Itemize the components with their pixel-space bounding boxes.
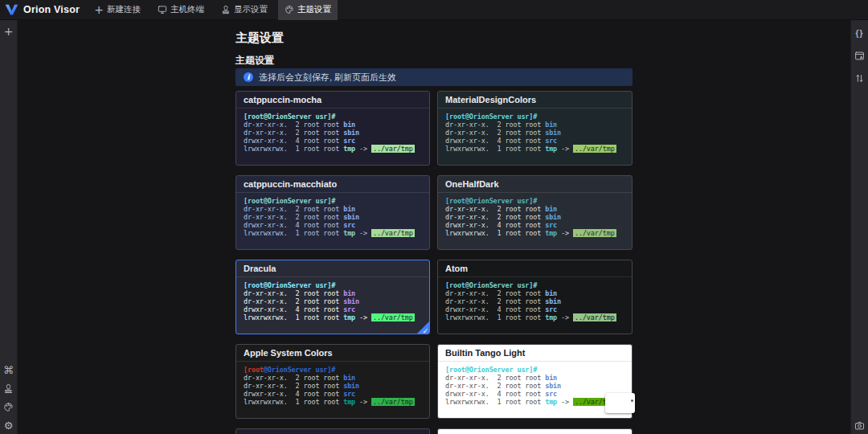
theme-card-builtin-tango-light[interactable]: Builtin Tango Light[root@OrionServer usr…: [437, 344, 633, 419]
page-title: 主题设置: [235, 31, 284, 46]
plus-icon: +: [94, 5, 104, 14]
fullscreen-icon[interactable]: [851, 4, 863, 16]
info-alert: i 选择后会立刻保存, 刷新页面后生效: [235, 68, 633, 86]
screenshot-icon[interactable]: [854, 420, 866, 432]
theme-card-title: OneHalfDark: [438, 176, 632, 193]
theme-card-catppuccin-macchiato[interactable]: catppuccin-macchiato[root@OrionServer us…: [235, 175, 430, 250]
json-view-icon[interactable]: {}: [854, 27, 866, 39]
alert-text: 选择后会立刻保存, 刷新页面后生效: [259, 72, 396, 84]
sort-icon[interactable]: [854, 72, 866, 84]
terminal-preview: [root@OrionServer usr]#dr-xr-xr-x. 2 roo…: [438, 277, 632, 322]
tab-display-settings[interactable]: 显示设置: [215, 0, 274, 20]
terminal-icon: [158, 5, 167, 14]
terminal-line: lrwxrwxrwx. 1 root root tmp -> ../var/tm…: [244, 314, 422, 322]
theme-card-partial-2[interactable]: [437, 428, 633, 434]
tab-label: 主机终端: [170, 4, 204, 15]
theme-card-title: Atom: [438, 260, 632, 277]
app-window: Orion Visor +新建连接主机终端显示设置主题设置 + ⌘⚙ {} 主题…: [0, 0, 868, 434]
top-navbar: Orion Visor +新建连接主机终端显示设置主题设置: [0, 0, 868, 20]
tab-new-connection[interactable]: +新建连接: [88, 0, 147, 20]
palette-icon: [285, 5, 294, 14]
terminal-line: lrwxrwxrwx. 1 root root tmp -> ../var/tm…: [244, 399, 422, 407]
add-icon[interactable]: +: [2, 25, 14, 37]
info-icon: i: [244, 72, 253, 82]
right-sidebar-top: {}: [851, 20, 868, 84]
terminal-line: lrwxrwxrwx. 1 root root tmp -> ../var/tm…: [445, 399, 624, 407]
terminal-line: lrwxrwxrwx. 1 root root tmp -> ../var/tm…: [244, 145, 422, 154]
tab-label: 主题设置: [297, 4, 331, 15]
terminal-preview: [root@OrionServer usr]#dr-xr-xr-x. 2 roo…: [438, 193, 632, 238]
theme-card-apple-system-colors[interactable]: Apple System Colors[root@OrionServer usr…: [235, 344, 430, 419]
terminal-line: lrwxrwxrwx. 1 root root tmp -> ../var/tm…: [445, 145, 624, 154]
palette-icon[interactable]: [2, 401, 14, 413]
tab-label: 新建连接: [107, 4, 141, 15]
theme-card-title: MaterialDesignColors: [438, 92, 632, 108]
terminal-preview: [root@OrionServer usr]#dr-xr-xr-x. 2 roo…: [236, 108, 429, 154]
stamp-icon: [221, 5, 231, 14]
stamp-icon[interactable]: [2, 383, 14, 395]
right-sidebar-bottom: [851, 420, 868, 434]
terminal-preview: [root@OrionServer usr]#dr-xr-xr-x. 2 roo…: [236, 277, 429, 322]
navbar-tabs: +新建连接主机终端显示设置主题设置: [88, 0, 342, 20]
right-sidebar: {}: [850, 20, 868, 434]
tab-theme-settings[interactable]: 主题设置: [278, 0, 338, 20]
theme-grid: catppuccin-mocha[root@OrionServer usr]#d…: [235, 91, 633, 434]
tab-host-terminal[interactable]: 主机终端: [151, 0, 211, 20]
terminal-preview: [root@OrionServer usr]#dr-xr-xr-x. 2 roo…: [236, 362, 429, 407]
theme-card-title: Apple System Colors: [236, 345, 429, 362]
tab-label: 显示设置: [234, 4, 268, 15]
terminal-preview: [root@OrionServer usr]#dr-xr-xr-x. 2 roo…: [438, 362, 632, 407]
theme-card-atom[interactable]: Atom[root@OrionServer usr]#dr-xr-xr-x. 2…: [437, 260, 633, 334]
left-sidebar-top: +: [0, 20, 17, 37]
terminal-preview: [root@OrionServer usr]#dr-xr-xr-x. 2 roo…: [236, 193, 429, 238]
orion-visor-logo-icon: [5, 4, 18, 16]
app-title: Orion Visor: [23, 4, 80, 15]
command-icon[interactable]: ⌘: [2, 364, 14, 376]
theme-card-title: Dracula: [236, 260, 429, 277]
left-sidebar-bottom: ⌘⚙: [0, 364, 17, 434]
terminal-line: lrwxrwxrwx. 1 root root tmp -> ../var/tm…: [445, 314, 624, 322]
terminal-line: lrwxrwxrwx. 1 root root tmp -> ../var/tm…: [244, 230, 422, 238]
section-title: 主题设置: [235, 54, 274, 68]
theme-card-title: catppuccin-mocha: [236, 92, 429, 108]
popout-dot: [631, 399, 633, 402]
theme-card-title: Builtin Tango Light: [438, 345, 632, 362]
theme-card-partial-1[interactable]: [235, 428, 430, 434]
white-popout-box: [605, 393, 635, 413]
terminal-line: lrwxrwxrwx. 1 root root tmp -> ../var/tm…: [445, 230, 624, 238]
main-content: 主题设置 主题设置 i 选择后会立刻保存, 刷新页面后生效 catppuccin…: [18, 20, 850, 434]
selected-check-icon: ✓: [422, 327, 428, 334]
theme-card-catppuccin-mocha[interactable]: catppuccin-mocha[root@OrionServer usr]#d…: [235, 91, 430, 166]
settings-icon[interactable]: ⚙: [2, 420, 14, 432]
theme-card-title: catppuccin-macchiato: [236, 176, 429, 193]
terminal-preview: [root@OrionServer usr]#dr-xr-xr-x. 2 roo…: [438, 108, 632, 154]
form-view-icon[interactable]: [854, 50, 866, 62]
theme-card-onehalfdark[interactable]: OneHalfDark[root@OrionServer usr]#dr-xr-…: [437, 175, 633, 250]
left-sidebar: + ⌘⚙: [0, 20, 18, 434]
theme-card-dracula[interactable]: Dracula[root@OrionServer usr]#dr-xr-xr-x…: [235, 260, 430, 334]
theme-card-materialdesigncolors[interactable]: MaterialDesignColors[root@OrionServer us…: [437, 91, 633, 166]
